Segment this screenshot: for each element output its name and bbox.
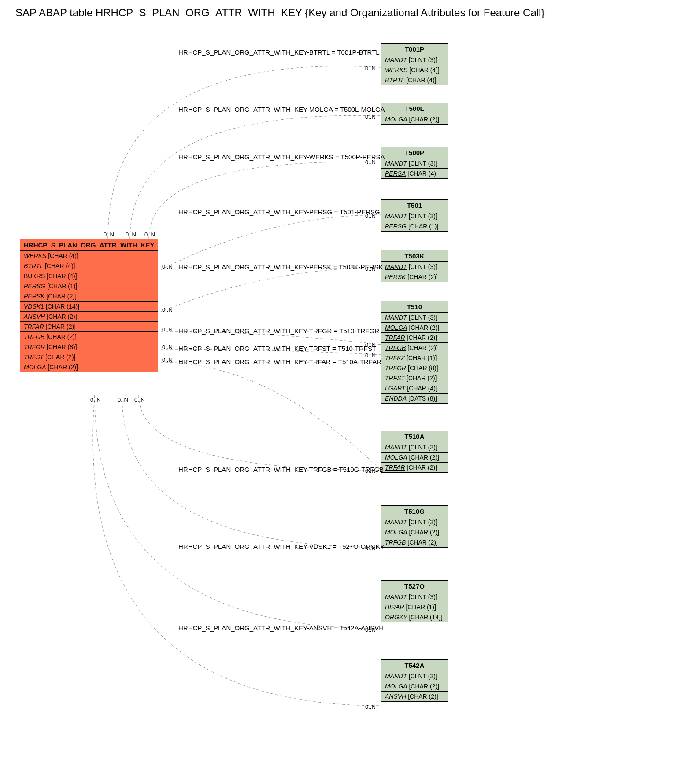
relation-label: HRHCP_S_PLAN_ORG_ATTR_WITH_KEY-MOLGA = T… bbox=[178, 106, 385, 113]
cardinality: 0..N bbox=[162, 306, 173, 313]
field-row: MANDT [CLNT (3)] bbox=[381, 313, 448, 323]
field-row: MOLGA [CHAR (2)] bbox=[20, 362, 158, 372]
field-row: TRFAR [CHAR (2)] bbox=[20, 322, 158, 332]
field-row: LGART [CHAR (4)] bbox=[381, 383, 448, 394]
field-row: TRFKZ [CHAR (1)] bbox=[381, 353, 448, 363]
cardinality: 0..N bbox=[365, 545, 376, 552]
entity-name: T542A bbox=[381, 660, 448, 671]
field-row: MOLGA [CHAR (2)] bbox=[381, 453, 448, 463]
field-row: PERSK [CHAR (2)] bbox=[20, 291, 158, 302]
cardinality: 0..N bbox=[162, 326, 173, 333]
field-row: TRFGR [CHAR (8)] bbox=[381, 363, 448, 373]
main-entity-name: HRHCP_S_PLAN_ORG_ATTR_WITH_KEY bbox=[20, 239, 158, 251]
entity-name: T510 bbox=[381, 301, 448, 313]
field-row: TRFST [CHAR (2)] bbox=[381, 373, 448, 383]
field-row: HIRAR [CHAR (1)] bbox=[381, 602, 448, 612]
relation-label: HRHCP_S_PLAN_ORG_ATTR_WITH_KEY-TRFAR = T… bbox=[178, 358, 381, 365]
field-row: TRFGB [CHAR (2)] bbox=[20, 332, 158, 342]
cardinality: 0..N bbox=[126, 231, 136, 238]
target-entity-T500P: T500PMANDT [CLNT (3)]PERSA [CHAR (4)] bbox=[381, 147, 448, 179]
cardinality: 0..N bbox=[365, 213, 376, 219]
field-row: MANDT [CLNT (3)] bbox=[381, 211, 448, 221]
field-row: MOLGA [CHAR (2)] bbox=[381, 323, 448, 333]
cardinality: 0..N bbox=[365, 65, 376, 72]
cardinality: 0..N bbox=[134, 397, 145, 403]
connectors bbox=[4, 26, 673, 783]
field-row: ENDDA [DATS (8)] bbox=[381, 394, 448, 403]
cardinality: 0..N bbox=[104, 231, 114, 238]
relation-label: HRHCP_S_PLAN_ORG_ATTR_WITH_KEY-ANSVH = T… bbox=[178, 624, 384, 632]
entity-name: T527O bbox=[381, 581, 448, 592]
cardinality: 0..N bbox=[365, 114, 376, 120]
cardinality: 0..N bbox=[162, 344, 173, 350]
relation-label: HRHCP_S_PLAN_ORG_ATTR_WITH_KEY-BTRTL = T… bbox=[178, 48, 380, 56]
cardinality: 0..N bbox=[365, 265, 376, 272]
main-entity: HRHCP_S_PLAN_ORG_ATTR_WITH_KEY WERKS [CH… bbox=[20, 239, 158, 372]
field-row: VDSK1 [CHAR (14)] bbox=[20, 302, 158, 312]
target-entity-T527O: T527OMANDT [CLNT (3)]HIRAR [CHAR (1)]ORG… bbox=[381, 580, 448, 622]
cardinality: 0..N bbox=[162, 263, 173, 270]
entity-name: T500P bbox=[381, 147, 448, 158]
target-entity-T501: T501MANDT [CLNT (3)]PERSG [CHAR (1)] bbox=[381, 199, 448, 232]
field-row: ANSVH [CHAR (2)] bbox=[20, 312, 158, 322]
entity-name: T510A bbox=[381, 431, 448, 442]
field-row: TRFGB [CHAR (2)] bbox=[381, 537, 448, 547]
field-row: MANDT [CLNT (3)] bbox=[381, 262, 448, 272]
entity-name: T500L bbox=[381, 103, 448, 114]
field-row: TRFGB [CHAR (2)] bbox=[381, 343, 448, 353]
entity-name: T510G bbox=[381, 506, 448, 517]
cardinality: 0..N bbox=[365, 159, 376, 166]
cardinality: 0..N bbox=[365, 352, 376, 359]
cardinality: 0..N bbox=[90, 397, 101, 403]
cardinality: 0..N bbox=[365, 467, 376, 474]
field-row: PERSK [CHAR (2)] bbox=[381, 272, 448, 282]
field-row: TRFAR [CHAR (2)] bbox=[381, 333, 448, 343]
cardinality: 0..N bbox=[365, 703, 376, 710]
field-row: WERKS [CHAR (4)] bbox=[381, 65, 448, 75]
field-row: TRFST [CHAR (2)] bbox=[20, 352, 158, 362]
relation-label: HRHCP_S_PLAN_ORG_ATTR_WITH_KEY-TRFST = T… bbox=[178, 345, 376, 352]
field-row: PERSG [CHAR (1)] bbox=[381, 221, 448, 231]
field-row: TRFAR [CHAR (2)] bbox=[381, 463, 448, 472]
er-diagram: HRHCP_S_PLAN_ORG_ATTR_WITH_KEY WERKS [CH… bbox=[4, 26, 673, 783]
relation-label: HRHCP_S_PLAN_ORG_ATTR_WITH_KEY-PERSG = T… bbox=[178, 208, 380, 216]
field-row: MOLGA [CHAR (2)] bbox=[381, 527, 448, 537]
target-entity-T542A: T542AMANDT [CLNT (3)]MOLGA [CHAR (2)]ANS… bbox=[381, 659, 448, 702]
entity-name: T503K bbox=[381, 250, 448, 262]
cardinality: 0..N bbox=[144, 231, 155, 238]
field-row: MANDT [CLNT (3)] bbox=[381, 442, 448, 453]
target-entity-T510G: T510GMANDT [CLNT (3)]MOLGA [CHAR (2)]TRF… bbox=[381, 505, 448, 548]
relation-label: HRHCP_S_PLAN_ORG_ATTR_WITH_KEY-PERSK = T… bbox=[178, 263, 383, 271]
target-entity-T500L: T500LMOLGA [CHAR (2)] bbox=[381, 103, 448, 125]
entity-name: T501 bbox=[381, 200, 448, 211]
page-title: SAP ABAP table HRHCP_S_PLAN_ORG_ATTR_WIT… bbox=[15, 7, 677, 19]
field-row: ORGKY [CHAR (14)] bbox=[381, 612, 448, 622]
field-row: MANDT [CLNT (3)] bbox=[381, 158, 448, 169]
target-entity-T510A: T510AMANDT [CLNT (3)]MOLGA [CHAR (2)]TRF… bbox=[381, 431, 448, 473]
field-row: MOLGA [CHAR (2)] bbox=[381, 681, 448, 692]
field-row: MOLGA [CHAR (2)] bbox=[381, 114, 448, 124]
cardinality: 0..N bbox=[365, 626, 376, 633]
field-row: WERKS [CHAR (4)] bbox=[20, 251, 158, 261]
relation-label: HRHCP_S_PLAN_ORG_ATTR_WITH_KEY-WERKS = T… bbox=[178, 153, 385, 161]
target-entity-T001P: T001PMANDT [CLNT (3)]WERKS [CHAR (4)]BTR… bbox=[381, 43, 448, 85]
field-row: TRFGR [CHAR (8)] bbox=[20, 342, 158, 352]
field-row: PERSA [CHAR (4)] bbox=[381, 169, 448, 178]
cardinality: 0..N bbox=[118, 397, 128, 403]
field-row: BTRTL [CHAR (4)] bbox=[381, 75, 448, 85]
relation-label: HRHCP_S_PLAN_ORG_ATTR_WITH_KEY-VDSK1 = T… bbox=[178, 543, 385, 550]
field-row: MANDT [CLNT (3)] bbox=[381, 55, 448, 65]
cardinality: 0..N bbox=[365, 342, 376, 348]
target-entity-T503K: T503KMANDT [CLNT (3)]PERSK [CHAR (2)] bbox=[381, 250, 448, 282]
field-row: MANDT [CLNT (3)] bbox=[381, 671, 448, 681]
target-entity-T510: T510MANDT [CLNT (3)]MOLGA [CHAR (2)]TRFA… bbox=[381, 301, 448, 404]
field-row: MANDT [CLNT (3)] bbox=[381, 517, 448, 527]
cardinality: 0..N bbox=[162, 357, 173, 363]
field-row: BTRTL [CHAR (4)] bbox=[20, 261, 158, 271]
field-row: PERSG [CHAR (1)] bbox=[20, 281, 158, 291]
entity-name: T001P bbox=[381, 44, 448, 55]
relation-label: HRHCP_S_PLAN_ORG_ATTR_WITH_KEY-TRFGR = T… bbox=[178, 327, 379, 335]
field-row: ANSVH [CHAR (2)] bbox=[381, 692, 448, 701]
field-row: MANDT [CLNT (3)] bbox=[381, 592, 448, 602]
field-row: BUKRS [CHAR (4)] bbox=[20, 271, 158, 281]
